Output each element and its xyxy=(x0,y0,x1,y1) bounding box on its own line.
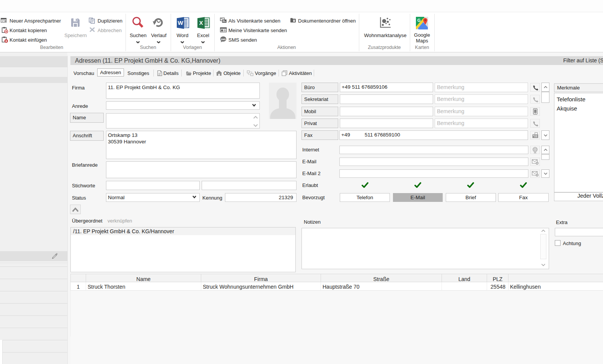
svg-text:W: W xyxy=(178,20,183,26)
svg-text:X: X xyxy=(199,20,203,26)
svg-text:G: G xyxy=(417,18,421,23)
svg-text:SMS: SMS xyxy=(221,38,226,41)
